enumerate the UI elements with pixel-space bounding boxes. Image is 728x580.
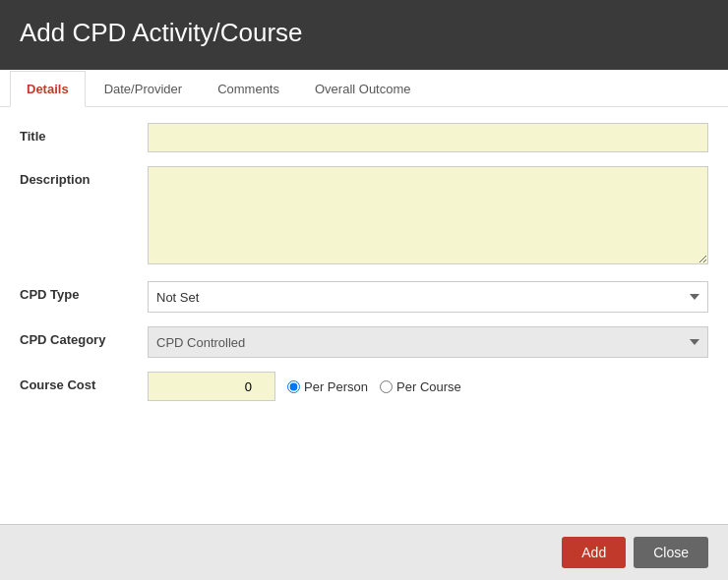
- description-label: Description: [20, 166, 148, 187]
- cpd-category-label: CPD Category: [20, 326, 148, 347]
- tab-date-provider[interactable]: Date/Provider: [88, 71, 199, 107]
- per-course-radio[interactable]: [380, 380, 393, 393]
- course-cost-row: Course Cost Per Person Per Course: [20, 372, 708, 401]
- description-row: Description: [20, 166, 708, 267]
- tab-bar: Details Date/Provider Comments Overall O…: [0, 70, 728, 107]
- course-cost-controls: Per Person Per Course: [148, 372, 708, 401]
- tab-details[interactable]: Details: [10, 71, 86, 107]
- cpd-category-select[interactable]: CPD Controlled CPD Elective: [148, 326, 708, 358]
- course-cost-label: Course Cost: [20, 372, 148, 392]
- title-label: Title: [20, 123, 148, 144]
- course-cost-wrap: Per Person Per Course: [148, 372, 708, 401]
- per-course-label: Per Course: [396, 379, 461, 394]
- description-input[interactable]: [148, 166, 708, 264]
- tab-overall-outcome[interactable]: Overall Outcome: [298, 71, 428, 107]
- footer: Add Close: [0, 524, 728, 580]
- cost-type-radio-group: Per Person Per Course: [287, 379, 461, 394]
- page-header: Add CPD Activity/Course: [0, 0, 728, 70]
- tab-comments[interactable]: Comments: [201, 71, 296, 107]
- close-button[interactable]: Close: [634, 537, 708, 568]
- per-person-label: Per Person: [304, 379, 368, 394]
- description-input-wrap: [148, 166, 708, 267]
- page-title: Add CPD Activity/Course: [20, 18, 708, 48]
- add-button[interactable]: Add: [562, 537, 626, 568]
- cpd-type-row: CPD Type Not Set Structured Unstructured: [20, 281, 708, 313]
- form-area: Title Description CPD Type Not Set Struc…: [0, 107, 728, 431]
- title-input[interactable]: [148, 123, 708, 152]
- cpd-type-label: CPD Type: [20, 281, 148, 302]
- cpd-category-select-wrap: CPD Controlled CPD Elective: [148, 326, 708, 358]
- cpd-type-select[interactable]: Not Set Structured Unstructured: [148, 281, 708, 313]
- title-input-wrap: [148, 123, 708, 152]
- title-row: Title: [20, 123, 708, 152]
- cpd-type-select-wrap: Not Set Structured Unstructured: [148, 281, 708, 313]
- cpd-category-row: CPD Category CPD Controlled CPD Elective: [20, 326, 708, 358]
- per-person-radio[interactable]: [287, 380, 300, 393]
- per-course-radio-label[interactable]: Per Course: [380, 379, 461, 394]
- per-person-radio-label[interactable]: Per Person: [287, 379, 368, 394]
- course-cost-input[interactable]: [148, 372, 275, 401]
